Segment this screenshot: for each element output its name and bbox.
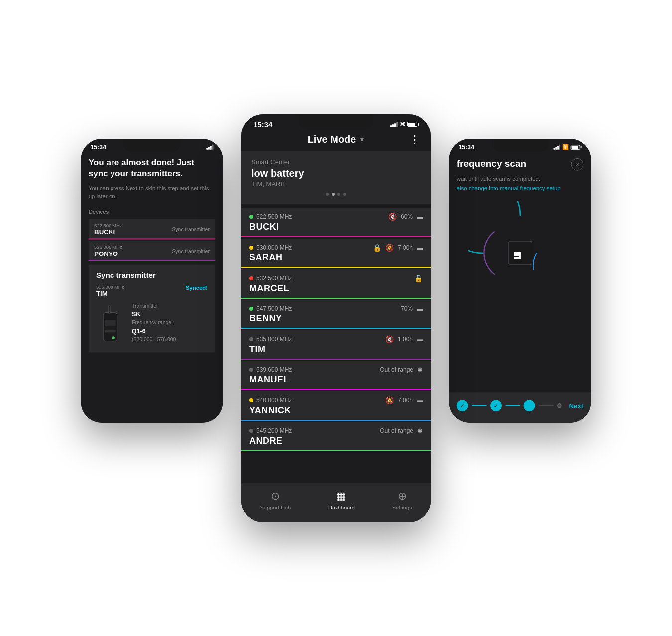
name-tim: TIM [249,344,423,355]
status-dot-marcel [249,276,253,280]
dropdown-arrow-icon: ▼ [359,136,365,143]
freq-benny: 547.500 MHz [256,305,292,312]
border-andre [241,450,431,451]
progress-step-1: ✓ [457,400,468,411]
progress-line-3 [539,405,553,406]
progress-line-1 [472,405,486,406]
device-row-andre[interactable]: 545.200 MHz Out of range ✱ ANDRE [241,422,431,451]
progress-dot-4 [557,403,562,408]
scene: 15:34 You are almost done! Just sync you… [62,32,610,605]
battery-bar-benny: ▬ [417,305,423,312]
border-sarah [241,267,431,268]
border-bucki [241,236,431,237]
nav-settings[interactable]: ⊕ Settings [392,490,412,510]
left-phone: 15:34 You are almost done! Just sync you… [81,139,223,423]
support-hub-icon: ⊙ [271,490,280,503]
device-right-bucki: 🔇 60% ▬ [388,213,423,221]
svg-rect-1 [109,305,111,314]
lock-icon-marcel: 🔒 [414,274,423,282]
sync-transmitter-section: Sync transmitter 535.000 MHz TIM Synced! [89,265,216,353]
nav-support-hub[interactable]: ⊙ Support Hub [260,490,291,510]
dot-1 [332,193,335,196]
freq-scan-header: frequency scan × [457,158,584,170]
scan-circle-container [468,201,572,305]
status-dot-yannick [249,398,253,402]
right-time: 15:34 [459,143,475,150]
synced-label: Synced! [186,284,208,297]
right-wifi-icon: 🛜 [562,144,569,150]
freq-scan-title: frequency scan [457,158,526,169]
freq-sarah: 530.000 MHz [256,244,292,251]
battery-tim: 1:00h [398,336,413,343]
status-dot-andre [249,429,253,433]
battery-yannick: 7:00h [398,397,413,404]
indicator-dots [251,193,421,196]
right-battery-icon [571,144,582,149]
device-list: 522.500 MHz 🔇 60% ▬ BUCKI [241,208,431,453]
device-right-tim: 🔇 1:00h ▬ [385,335,423,343]
device-row-bucki[interactable]: 522.500 MHz 🔇 60% ▬ BUCKI [241,208,431,237]
left-sync-btn-1[interactable]: Sync transmitter [172,248,209,254]
oor-andre: Out of range [380,427,413,434]
center-signal [390,122,398,127]
sync-device-row: 535.000 MHz TIM Synced! [96,284,208,297]
nav-support-hub-label: Support Hub [260,505,291,510]
mute-icon-tim: 🔇 [385,335,394,343]
settings-icon: ⊕ [398,490,407,503]
mode-title-area[interactable]: Live Mode ▼ [308,134,365,145]
left-device-name-0: BUCKI [94,228,122,235]
battery-benny: 70% [401,305,413,312]
left-device-row-1[interactable]: 525.000 MHz PONYO Sync transmitter [89,241,216,261]
right-phone: 15:34 🛜 frequency scan [449,139,591,423]
device-row-marcel[interactable]: 532.500 MHz 🔒 MARCEL [241,269,431,299]
next-button[interactable]: Next [569,402,583,409]
freq-bucki: 522.500 MHz [256,213,292,220]
left-time: 15:34 [91,143,107,150]
dot-3 [343,193,346,196]
status-dot-tim [249,337,253,341]
mute-icon-bucki: 🔇 [388,213,397,221]
device-row-benny[interactable]: 547.500 MHz 70% ▬ BENNY [241,300,431,329]
center-phone-notch [299,114,373,130]
transmitter-info: Transmitter SK Frequency range: Q1-6 (52… [96,303,208,346]
device-right-sarah: 🔒 🔕 7:00h ▬ [373,244,423,252]
name-sarah: SARAH [249,253,423,263]
sync-freq: 535.000 MHz [96,284,124,289]
nav-dashboard[interactable]: ▦ Dashboard [328,490,355,510]
freq-tim: 535.000 MHz [256,336,292,343]
progress-step-3 [524,400,535,411]
progress-bar: ✓ ✓ Next [449,392,591,423]
device-right-manuel: Out of range ✱ [380,366,423,374]
bottom-nav: ⊙ Support Hub ▦ Dashboard ⊕ Settings [241,483,431,522]
border-benny [241,328,431,329]
smart-center-card: Smart Center low battery TIM, MARIE [241,151,431,204]
sync-name: TIM [96,290,124,297]
dashboard-icon: ▦ [336,490,346,503]
name-manuel: MANUEL [249,375,423,385]
left-sync-btn-0[interactable]: Sync transmitter [172,226,209,232]
progress-step-2: ✓ [490,400,502,411]
center-time: 15:34 [253,120,272,128]
device-row-tim[interactable]: 535.000 MHz 🔇 1:00h ▬ TIM [241,330,431,360]
battery-bar-sarah: ▬ [417,244,423,251]
freq-scan-link[interactable]: also change into manual frequency setup. [457,185,584,191]
battery-icon [407,122,419,127]
left-content: You are almost done! Just sync your tran… [81,157,223,353]
transmitter-image [96,303,124,346]
lock-icon-sarah: 🔒 [373,244,381,252]
name-benny: BENNY [249,313,423,324]
device-right-marcel: 🔒 [414,274,423,282]
left-device-row-0[interactable]: 522.500 MHz BUCKI Sync transmitter [89,219,216,239]
mode-title: Live Mode [308,134,356,145]
status-dot-sarah [249,246,253,250]
right-phone-notch [492,139,549,152]
freq-manuel: 539.600 MHz [256,366,292,373]
more-icon[interactable]: ⋮ [409,133,421,146]
device-row-yannick[interactable]: 540.000 MHz 🔕 7:00h ▬ YANNICK [241,391,431,421]
device-row-manuel[interactable]: 539.600 MHz Out of range ✱ MANUEL [241,361,431,390]
device-right-benny: 70% ▬ [401,305,423,312]
border-tim [241,359,431,360]
close-button[interactable]: × [571,158,584,170]
device-row-sarah[interactable]: 530.000 MHz 🔒 🔕 7:00h ▬ SARAH [241,239,431,268]
right-content: frequency scan × wait until auto scan is… [449,152,591,310]
